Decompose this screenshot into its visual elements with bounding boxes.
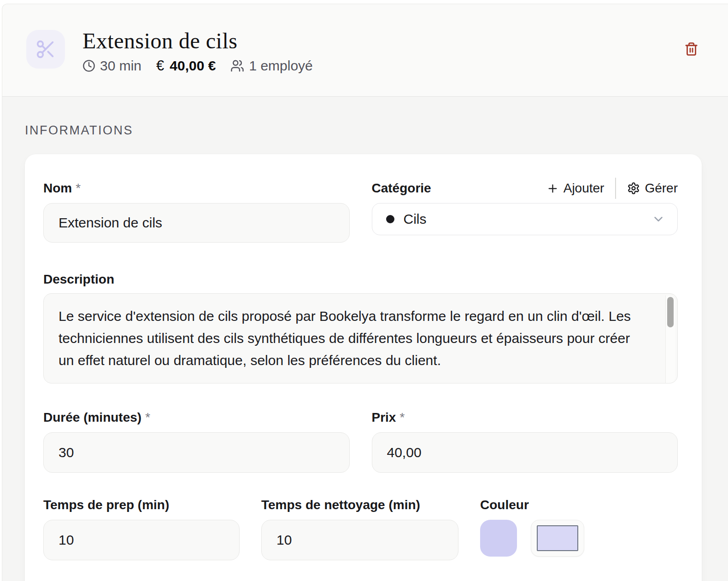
cleanup-time-label: Temps de nettoyage (min) bbox=[261, 498, 420, 512]
price-field: Prix* bbox=[372, 410, 678, 473]
duration-meta: 30 min bbox=[82, 58, 141, 74]
service-meta: 30 min € 40,00 € 1 employé bbox=[82, 58, 313, 74]
required-mark: * bbox=[399, 410, 405, 424]
delete-service-button[interactable] bbox=[684, 42, 699, 56]
euro-icon: € bbox=[156, 58, 164, 74]
chevron-down-icon bbox=[652, 212, 665, 226]
category-select[interactable]: Cils bbox=[372, 203, 678, 235]
description-field: Description Le service d'extension de ci… bbox=[43, 272, 678, 385]
required-mark: * bbox=[145, 410, 150, 424]
color-picker-input[interactable] bbox=[531, 520, 584, 557]
gear-icon bbox=[627, 182, 640, 195]
service-form-card: Nom* Catégorie Ajouter bbox=[25, 154, 702, 581]
section-title: INFORMATIONS bbox=[25, 123, 702, 138]
duration-field: Durée (minutes)* bbox=[43, 410, 350, 473]
users-icon bbox=[230, 59, 244, 73]
employees-text: 1 employé bbox=[249, 58, 312, 74]
description-label: Description bbox=[43, 272, 114, 287]
cleanup-time-field: Temps de nettoyage (min) bbox=[261, 498, 458, 560]
service-icon-box bbox=[26, 30, 65, 69]
employees-meta: 1 employé bbox=[230, 58, 312, 74]
color-picker-preview bbox=[537, 525, 578, 551]
price-meta: € 40,00 € bbox=[156, 58, 216, 74]
service-detail-panel: Extension de cils 30 min € 40,00 € bbox=[2, 4, 728, 581]
duration-input[interactable] bbox=[43, 432, 350, 473]
color-label: Couleur bbox=[480, 498, 529, 512]
scissors-icon bbox=[35, 39, 56, 60]
duration-text: 30 min bbox=[100, 58, 141, 74]
description-textarea[interactable]: Le service d'extension de cils proposé p… bbox=[43, 293, 678, 383]
prep-time-label: Temps de prep (min) bbox=[43, 498, 169, 512]
prep-time-input[interactable] bbox=[43, 520, 240, 560]
duration-label: Durée (minutes)* bbox=[43, 410, 150, 425]
cleanup-time-input[interactable] bbox=[261, 520, 458, 560]
category-selected-value: Cils bbox=[404, 211, 427, 227]
category-label: Catégorie bbox=[372, 181, 431, 196]
price-text: 40,00 € bbox=[170, 58, 216, 74]
page-title: Extension de cils bbox=[82, 30, 313, 52]
trash-icon bbox=[684, 42, 699, 56]
plus-icon bbox=[546, 182, 559, 195]
required-mark: * bbox=[76, 181, 81, 195]
category-field: Catégorie Ajouter bbox=[372, 181, 678, 243]
price-label: Prix* bbox=[372, 410, 405, 425]
manage-categories-button[interactable]: Gérer bbox=[627, 181, 678, 196]
price-input[interactable] bbox=[372, 432, 678, 473]
name-field: Nom* bbox=[43, 181, 350, 243]
category-color-dot bbox=[386, 215, 394, 223]
service-header: Extension de cils 30 min € 40,00 € bbox=[2, 4, 728, 97]
scrollbar-thumb[interactable] bbox=[667, 297, 674, 327]
clock-icon bbox=[82, 59, 95, 72]
add-category-button[interactable]: Ajouter bbox=[546, 181, 605, 196]
informations-section: INFORMATIONS Nom* Catégorie bbox=[2, 97, 728, 581]
prep-time-field: Temps de prep (min) bbox=[43, 498, 240, 560]
color-field: Couleur bbox=[480, 498, 678, 560]
name-label: Nom* bbox=[43, 181, 81, 196]
name-input[interactable] bbox=[43, 203, 350, 243]
divider bbox=[615, 178, 616, 199]
color-swatch[interactable] bbox=[480, 520, 517, 557]
